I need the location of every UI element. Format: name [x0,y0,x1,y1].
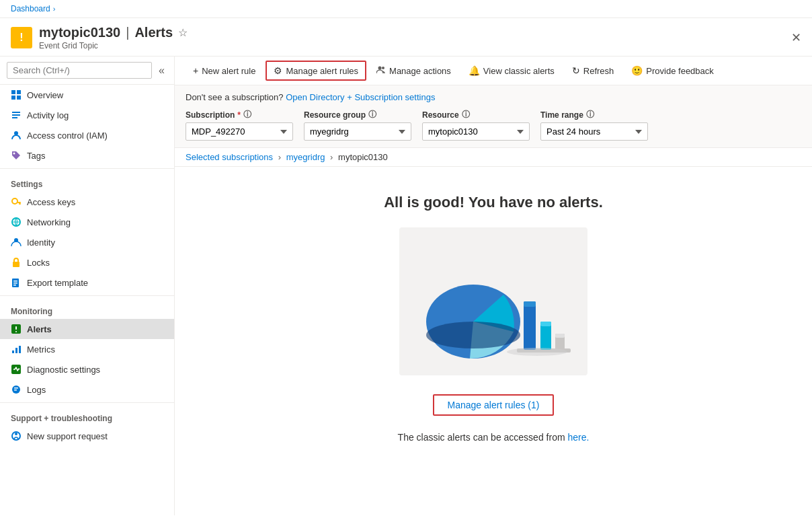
logs-icon [11,384,22,395]
sidebar-item-label: Logs [27,385,46,395]
svg-rect-0 [11,90,15,94]
sidebar-item-label: Metrics [27,344,55,355]
sidebar-search-bar: « [0,57,174,85]
resource-subtitle: Event Grid Topic [39,41,188,50]
svg-rect-2 [11,96,15,100]
svg-rect-27 [14,388,18,389]
resource-info-icon[interactable]: ⓘ [462,109,470,120]
sidebar-item-diagnostic-settings[interactable]: Diagnostic settings [0,359,174,379]
resource-name: mytopic0130 [39,25,120,40]
sidebar-item-metrics[interactable]: Metrics [0,339,174,359]
time-range-info-icon[interactable]: ⓘ [586,109,594,120]
svg-point-30 [15,433,17,435]
alerts-icon [11,324,22,334]
subscription-select[interactable]: MDP_492270 [186,122,293,141]
filter-path-subscriptions[interactable]: Selected subscriptions [186,152,273,162]
sidebar-item-access-control[interactable]: Access control (IAM) [0,125,174,145]
manage-alert-rules-label: Manage alert rules [286,66,358,76]
manage-alert-rules-button[interactable]: ⚙ Manage alert rules [266,61,366,81]
sidebar-item-label: Diagnostic settings [27,365,100,375]
classic-alerts-prefix: The classic alerts can be accessed from [398,432,565,443]
pin-icon[interactable]: ☆ [178,26,188,39]
classic-alerts-text: The classic alerts can be accessed from … [398,432,590,443]
filter-path-resource-group[interactable]: myegridrg [286,152,325,162]
sidebar-item-label: Access control (IAM) [27,131,108,141]
gear-icon: ⚙ [274,65,282,76]
sidebar-item-label: New support request [27,431,108,441]
sidebar-item-tags[interactable]: Tags [0,145,174,165]
diagnostic-settings-icon [11,364,22,375]
svg-rect-22 [12,351,14,353]
svg-rect-28 [14,390,17,391]
resource-group-select[interactable]: myegridrg [304,122,411,141]
svg-rect-3 [17,96,21,100]
svg-rect-16 [13,281,17,282]
support-section-label: Support + troubleshooting [0,406,174,426]
subscription-info-icon[interactable]: ⓘ [243,109,251,120]
new-alert-rule-button[interactable]: + New alert rule [186,61,263,80]
open-directory-link[interactable]: Open Directory + Subscription settings [286,92,435,102]
view-classic-alerts-button[interactable]: 🔔 View classic alerts [461,61,562,80]
svg-rect-24 [19,346,21,353]
required-asterisk: * [237,110,241,120]
sidebar-item-alerts[interactable]: Alerts [0,319,174,339]
collapse-button[interactable]: « [156,63,167,78]
resource-label: Resource ⓘ [422,109,530,120]
no-alerts-illustration [399,227,587,375]
svg-rect-17 [13,283,17,284]
resource-filter: Resource ⓘ mytopic0130 [422,109,530,141]
svg-point-42 [507,348,567,356]
svg-rect-4 [12,112,20,113]
sidebar-item-new-support-request[interactable]: New support request [0,426,174,446]
resource-group-filter: Resource group ⓘ myegridrg [304,109,411,141]
plus-icon: + [193,65,198,76]
overview-icon [11,89,22,100]
sidebar-item-logs[interactable]: Logs [0,379,174,400]
support-icon [11,431,22,441]
search-input[interactable] [7,62,152,79]
resource-name-group: mytopic0130 | Alerts ☆ Event Grid Topic [39,25,188,50]
sidebar-item-networking[interactable]: Networking [0,212,174,232]
close-button[interactable]: ✕ [791,30,801,45]
filter-bar: Don't see a subscription? Open Directory… [175,85,812,148]
access-keys-icon [11,196,22,207]
bell-icon: 🔔 [469,65,480,76]
refresh-button[interactable]: ↻ Refresh [565,61,622,80]
manage-alert-rules-center-button[interactable]: Manage alert rules (1) [433,394,555,416]
svg-rect-39 [540,322,551,326]
main-content: All is good! You have no alerts. [175,167,812,470]
no-alerts-title: All is good! You have no alerts. [384,194,603,211]
sidebar: « Overview Activity log Access control (… [0,57,175,515]
sidebar-item-label: Networking [27,217,71,227]
export-template-icon [11,277,22,288]
resource-group-info-icon[interactable]: ⓘ [368,109,376,120]
svg-rect-20 [15,326,17,330]
sidebar-item-access-keys[interactable]: Access keys [0,192,174,212]
toolbar: + New alert rule ⚙ Manage alert rules Ma… [175,57,812,85]
sidebar-item-export-template[interactable]: Export template [0,272,174,293]
classic-alerts-link[interactable]: here. [567,432,589,443]
svg-point-32 [382,67,384,69]
svg-rect-14 [13,262,19,267]
subscription-label: Subscription * ⓘ [186,109,293,120]
sidebar-item-label: Activity log [27,110,69,120]
sidebar-item-overview[interactable]: Overview [0,85,174,105]
time-range-select[interactable]: Past 24 hours [540,122,648,141]
provide-feedback-button[interactable]: 🙂 Provide feedback [624,61,721,80]
sidebar-item-label: Export template [27,278,88,288]
svg-point-8 [13,153,15,155]
filter-row: Subscription * ⓘ MDP_492270 Resource gro… [186,109,801,141]
filter-notice: Don't see a subscription? Open Directory… [186,92,801,102]
resource-select[interactable]: mytopic0130 [422,122,530,141]
resource-header: ! mytopic0130 | Alerts ☆ Event Grid Topi… [0,18,812,57]
settings-section-label: Settings [0,172,174,192]
sidebar-item-locks[interactable]: Locks [0,252,174,272]
sidebar-item-label: Identity [27,237,55,248]
manage-actions-button[interactable]: Manage actions [369,61,458,81]
sidebar-item-activity-log[interactable]: Activity log [0,105,174,125]
sidebar-item-identity[interactable]: Identity [0,232,174,252]
svg-rect-21 [15,331,17,332]
monitoring-section-label: Monitoring [0,299,174,319]
refresh-icon: ↻ [572,65,580,76]
breadcrumb-dashboard[interactable]: Dashboard [11,4,50,13]
